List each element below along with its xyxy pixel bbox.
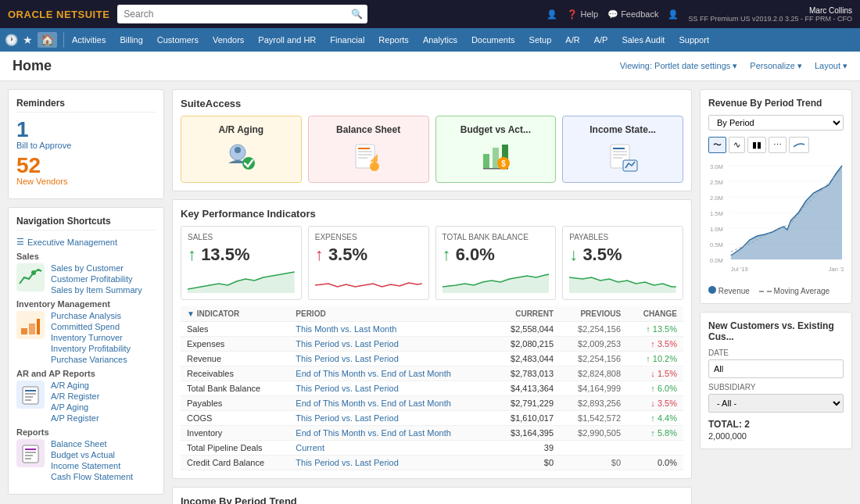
kpi-payables-chart	[569, 270, 676, 293]
sales-link-0[interactable]: Sales by Customer	[51, 263, 142, 273]
nav-ap[interactable]: A/P	[588, 32, 615, 48]
kpi-cell-period[interactable]: End of This Month vs. End of Last Month	[289, 396, 493, 411]
personalize-btn[interactable]: Personalize ▾	[750, 61, 802, 71]
inventory-link-2[interactable]: Inventory Turnover	[51, 333, 131, 342]
nav-documents[interactable]: Documents	[465, 32, 521, 48]
kpi-cell-period[interactable]: This Period vs. Last Period	[289, 337, 493, 352]
kpi-th-period[interactable]: PERIOD	[289, 306, 493, 322]
kpi-th-previous[interactable]: PREVIOUS	[560, 306, 627, 322]
exec-mgmt-link[interactable]: ☰ Executive Management	[16, 237, 156, 247]
inventory-link-3[interactable]: Inventory Profitability	[51, 344, 131, 353]
arap-link-2[interactable]: A/P Aging	[51, 402, 99, 412]
nav-payroll[interactable]: Payroll and HR	[252, 32, 322, 48]
nav-financial[interactable]: Financial	[324, 32, 371, 48]
kpi-cell-period[interactable]: This Period vs. Last Period	[289, 352, 493, 366]
kpi-cell-change: ↑ 6.0%	[627, 381, 683, 396]
topbar-icon1[interactable]: 👤	[546, 9, 557, 20]
kpi-cell-period[interactable]: This Period vs. Last Period	[289, 381, 493, 396]
date-input[interactable]	[708, 359, 844, 378]
sales-link-1[interactable]: Customer Profitability	[51, 274, 142, 284]
chart-legend: Revenue Moving Average	[708, 286, 844, 295]
nav-sales-audit[interactable]: Sales Audit	[615, 32, 671, 48]
reminders-card: Reminders 1 Bill to Approve 52 New Vendo…	[8, 89, 164, 199]
kpi-expenses-label: EXPENSES	[315, 233, 422, 241]
total-val: TOTAL: 2	[708, 419, 750, 430]
kpi-cell-period[interactable]: This Month vs. Last Month	[289, 322, 493, 337]
kpi-sales-chart	[188, 270, 295, 293]
kpi-th-indicator[interactable]: ▼ INDICATOR	[181, 306, 289, 322]
subsidiary-select[interactable]: - All -	[708, 394, 844, 413]
svg-rect-34	[613, 148, 625, 149]
kpi-th-current[interactable]: CURRENT	[493, 306, 560, 322]
user-info: Marc Collins SS FF Premium US v2019.2.0 …	[688, 6, 852, 23]
chart-btn-dot[interactable]: ⋯	[769, 137, 787, 153]
suite-balance-sheet[interactable]: Balance Sheet	[308, 116, 429, 183]
chart-btn-line[interactable]: 〜	[708, 137, 726, 153]
income-trend-title: Income By Period Trend	[181, 495, 683, 504]
kpi-sales-num: 13.5%	[201, 245, 249, 264]
nav-reports[interactable]: Reports	[372, 32, 415, 48]
kpi-cell-period[interactable]: This Period vs. Last Period	[289, 456, 493, 470]
kpi-payables-arrow: ↓	[569, 245, 578, 264]
inventory-link-4[interactable]: Purchase Variances	[51, 355, 131, 364]
kpi-cell-period[interactable]: End of This Month vs. End of Last Month	[289, 426, 493, 441]
kpi-cell-period[interactable]: This Period vs. Last Period	[289, 411, 493, 426]
income-trend-card: Income By Period Trend	[172, 487, 692, 504]
topbar-avatar[interactable]: 👤	[668, 9, 679, 20]
suite-income[interactable]: Income State...	[562, 116, 683, 183]
layout-btn[interactable]: Layout ▾	[815, 61, 847, 71]
nav-setup[interactable]: Setup	[523, 32, 558, 48]
search-icon: 🔍	[351, 9, 363, 20]
svg-point-1	[31, 270, 36, 275]
suite-ar-aging[interactable]: A/R Aging	[181, 116, 302, 183]
arap-link-3[interactable]: A/P Register	[51, 413, 99, 423]
kpi-expenses-value: ↑ 3.5%	[315, 245, 422, 265]
reminder-count-1: 1	[16, 119, 156, 141]
reports-link-0[interactable]: Balance Sheet	[51, 439, 133, 449]
suite-income-label: Income State...	[589, 124, 656, 135]
svg-point-19	[235, 147, 241, 153]
kpi-summary-cards: SALES ↑ 13.5% EXPENSES	[181, 226, 683, 300]
inventory-link-1[interactable]: Committed Spend	[51, 322, 131, 331]
kpi-cell-period[interactable]: Current	[289, 441, 493, 456]
sales-link-2[interactable]: Sales by Item Summary	[51, 285, 142, 295]
period-select[interactable]: By Period	[708, 115, 844, 130]
nav-support[interactable]: Support	[672, 32, 715, 48]
reminder-label-1[interactable]: Bill to Approve	[16, 141, 156, 150]
kpi-cell-period[interactable]: End of This Month vs. End of Last Month	[289, 366, 493, 381]
topbar-help[interactable]: ❓ Help	[567, 9, 598, 20]
arap-link-0[interactable]: A/R Aging	[51, 381, 99, 390]
nav-activities[interactable]: Activities	[66, 32, 112, 48]
kpi-cell-indicator: Expenses	[181, 337, 289, 352]
kpi-cell-previous	[560, 441, 627, 456]
right-panel: Revenue By Period Trend By Period 〜 ∿ ▮▮…	[700, 89, 852, 504]
inventory-link-0[interactable]: Purchase Analysis	[51, 311, 131, 320]
chart-btn-bar[interactable]: ▮▮	[747, 137, 766, 153]
chart-btn-wave[interactable]: ∿	[729, 137, 745, 153]
arap-link-1[interactable]: A/R Register	[51, 391, 99, 401]
legend-revenue: Revenue	[708, 286, 750, 295]
reminder-label-2[interactable]: New Vendors	[16, 177, 156, 186]
nav-customers[interactable]: Customers	[151, 32, 205, 48]
nav-icon-home[interactable]: 🏠	[38, 32, 57, 48]
legend-revenue-dot	[708, 286, 716, 294]
viewing-portlet[interactable]: Viewing: Portlet date settings ▾	[620, 61, 738, 71]
kpi-th-change[interactable]: CHANGE	[627, 306, 683, 322]
reports-link-2[interactable]: Income Statement	[51, 461, 133, 470]
nav-ar[interactable]: A/R	[559, 32, 586, 48]
reports-link-3[interactable]: Cash Flow Statement	[51, 472, 133, 481]
kpi-cell-change: ↓ 1.5%	[627, 366, 683, 381]
suite-budget[interactable]: Budget vs Act... $	[435, 116, 557, 183]
chart-btn-area[interactable]	[789, 137, 809, 153]
kpi-bank-chart	[443, 270, 550, 293]
reminders-title: Reminders	[16, 98, 156, 113]
nav-icon-star[interactable]: ★	[23, 34, 33, 46]
nav-billing[interactable]: Billing	[113, 32, 149, 48]
revenue-chart: 3.0M 2.5M 2.0M 1.5M 1.0M 0.5M 0.0M	[708, 158, 844, 283]
reports-link-1[interactable]: Budget vs Actual	[51, 450, 133, 459]
nav-vendors[interactable]: Vendors	[206, 32, 250, 48]
search-input[interactable]	[117, 5, 367, 23]
nav-analytics[interactable]: Analytics	[417, 32, 464, 48]
topbar-feedback[interactable]: 💬 Feedback	[607, 9, 658, 20]
nav-icon-clock[interactable]: 🕐	[5, 34, 18, 46]
